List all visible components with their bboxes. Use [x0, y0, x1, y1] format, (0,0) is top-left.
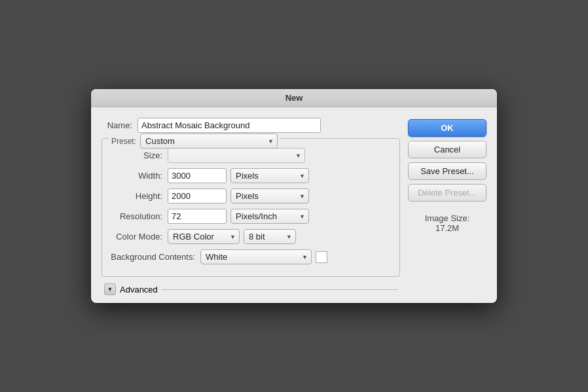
color-mode-row: Color Mode: RGB Color Grayscale CMYK Col… [109, 229, 393, 244]
size-label: Size: [109, 151, 168, 160]
height-input-group: Pixels Inches Centimeters ▼ [168, 188, 309, 204]
dialog-title: New [91, 89, 497, 107]
width-row: Width: Pixels Inches Centimeters ▼ [109, 168, 393, 183]
color-mode-group: RGB Color Grayscale CMYK Color ▼ 8 bit 1… [168, 229, 296, 244]
resolution-label: Resolution: [109, 211, 168, 221]
bg-contents-row: Background Contents: White Background Co… [109, 249, 393, 264]
name-input[interactable] [138, 118, 321, 133]
delete-preset-button[interactable]: Delete Preset... [408, 184, 487, 202]
height-label: Height: [109, 191, 168, 201]
preset-label: Preset: [111, 137, 136, 146]
name-label: Name: [101, 120, 138, 130]
width-label: Width: [109, 171, 168, 181]
height-unit-select[interactable]: Pixels Inches Centimeters [230, 188, 309, 204]
image-size-label: Image Size: [408, 213, 487, 223]
bg-contents-select-wrap: White Background Color Transparent ▼ [200, 249, 312, 264]
resolution-input-group: Pixels/Inch Pixels/Centimeter ▼ [168, 209, 309, 224]
bit-depth-select-wrap: 8 bit 16 bit 32 bit ▼ [244, 229, 296, 244]
height-row: Height: Pixels Inches Centimeters ▼ [109, 188, 393, 204]
size-row: Size: ▼ [109, 148, 393, 163]
title-text: New [285, 93, 303, 103]
bit-depth-select[interactable]: 8 bit 16 bit 32 bit [244, 229, 296, 244]
dialog-left-panel: Name: Preset: Custom ▼ [101, 118, 400, 295]
height-input[interactable] [168, 188, 227, 204]
dialog-right-panel: OK Cancel Save Preset... Delete Preset..… [408, 118, 487, 295]
color-mode-select[interactable]: RGB Color Grayscale CMYK Color [168, 229, 240, 244]
preset-select-wrap: Custom ▼ [140, 134, 278, 149]
advanced-row: ▼ Advanced [101, 283, 400, 295]
height-unit-wrap: Pixels Inches Centimeters ▼ [230, 188, 309, 204]
advanced-toggle[interactable]: ▼ [104, 283, 116, 295]
image-size-value: 17.2M [408, 223, 487, 233]
preset-section-inner: Size: ▼ Width: [109, 145, 393, 264]
width-unit-select[interactable]: Pixels Inches Centimeters [230, 168, 309, 183]
advanced-label: Advanced [120, 285, 158, 294]
color-mode-label: Color Mode: [109, 232, 168, 241]
bg-contents-select[interactable]: White Background Color Transparent [200, 249, 312, 264]
resolution-unit-select[interactable]: Pixels/Inch Pixels/Centimeter [230, 209, 309, 224]
new-document-dialog: New Name: Preset: Custom ▼ [91, 89, 497, 303]
preset-legend: Preset: Custom ▼ [109, 134, 280, 149]
bg-contents-group: White Background Color Transparent ▼ [200, 249, 327, 264]
resolution-row: Resolution: Pixels/Inch Pixels/Centimete… [109, 209, 393, 224]
width-input-group: Pixels Inches Centimeters ▼ [168, 168, 309, 183]
ok-button[interactable]: OK [408, 119, 487, 137]
bg-contents-label: Background Contents: [109, 252, 200, 262]
save-preset-button[interactable]: Save Preset... [408, 162, 487, 180]
resolution-unit-wrap: Pixels/Inch Pixels/Centimeter ▼ [230, 209, 309, 224]
preset-select[interactable]: Custom [140, 134, 278, 149]
bg-color-swatch[interactable] [316, 251, 327, 263]
resolution-input[interactable] [168, 209, 227, 224]
width-unit-wrap: Pixels Inches Centimeters ▼ [230, 168, 309, 183]
image-size-section: Image Size: 17.2M [408, 213, 487, 233]
name-row: Name: [101, 118, 400, 133]
cancel-button[interactable]: Cancel [408, 141, 487, 158]
size-select-wrap: ▼ [168, 148, 305, 163]
advanced-divider [162, 289, 397, 290]
size-select[interactable] [168, 148, 305, 163]
color-mode-select-wrap: RGB Color Grayscale CMYK Color ▼ [168, 229, 240, 244]
width-input[interactable] [168, 168, 227, 183]
preset-section: Preset: Custom ▼ Size: [101, 138, 400, 277]
